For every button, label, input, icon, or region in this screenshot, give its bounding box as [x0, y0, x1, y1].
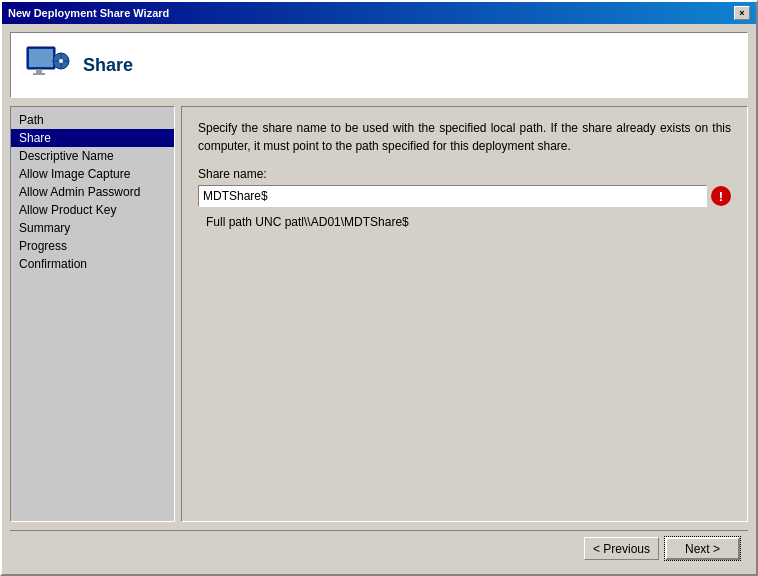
next-button[interactable]: Next >	[665, 537, 740, 560]
content-panel: Specify the share name to be used with t…	[181, 106, 748, 522]
window-title: New Deployment Share Wizard	[8, 7, 169, 19]
main-window: New Deployment Share Wizard ×	[0, 0, 758, 576]
svg-rect-1	[29, 49, 53, 67]
close-button[interactable]: ×	[734, 6, 750, 20]
nav-item-progress[interactable]: Progress	[11, 237, 174, 255]
title-bar-left: New Deployment Share Wizard	[8, 7, 169, 19]
nav-item-confirmation[interactable]: Confirmation	[11, 255, 174, 273]
title-bar-controls: ×	[734, 6, 750, 20]
svg-point-7	[59, 59, 63, 63]
error-icon: !	[711, 186, 731, 206]
full-path-text: Full path UNC patl\\AD01\MDTShare$	[206, 215, 731, 229]
share-name-input[interactable]	[198, 185, 707, 207]
window-content: Share Path Share Descriptive Name Allow …	[2, 24, 756, 574]
svg-rect-3	[33, 73, 45, 75]
main-area: Path Share Descriptive Name Allow Image …	[10, 106, 748, 522]
header-section: Share	[10, 32, 748, 98]
description-text: Specify the share name to be used with t…	[198, 119, 731, 155]
nav-item-descriptive-name[interactable]: Descriptive Name	[11, 147, 174, 165]
nav-item-allow-image-capture[interactable]: Allow Image Capture	[11, 165, 174, 183]
svg-rect-2	[36, 69, 42, 73]
share-name-row: !	[198, 185, 731, 207]
nav-panel: Path Share Descriptive Name Allow Image …	[10, 106, 175, 522]
wizard-header-title: Share	[83, 55, 133, 76]
title-bar: New Deployment Share Wizard ×	[2, 2, 756, 24]
bottom-bar: < Previous Next >	[10, 530, 748, 566]
nav-item-share[interactable]: Share	[11, 129, 174, 147]
nav-item-allow-product-key[interactable]: Allow Product Key	[11, 201, 174, 219]
computer-svg-icon	[23, 41, 71, 89]
wizard-icon	[23, 41, 71, 89]
previous-button[interactable]: < Previous	[584, 537, 659, 560]
nav-item-path[interactable]: Path	[11, 111, 174, 129]
nav-item-summary[interactable]: Summary	[11, 219, 174, 237]
nav-item-allow-admin-password[interactable]: Allow Admin Password	[11, 183, 174, 201]
share-name-label: Share name:	[198, 167, 731, 181]
